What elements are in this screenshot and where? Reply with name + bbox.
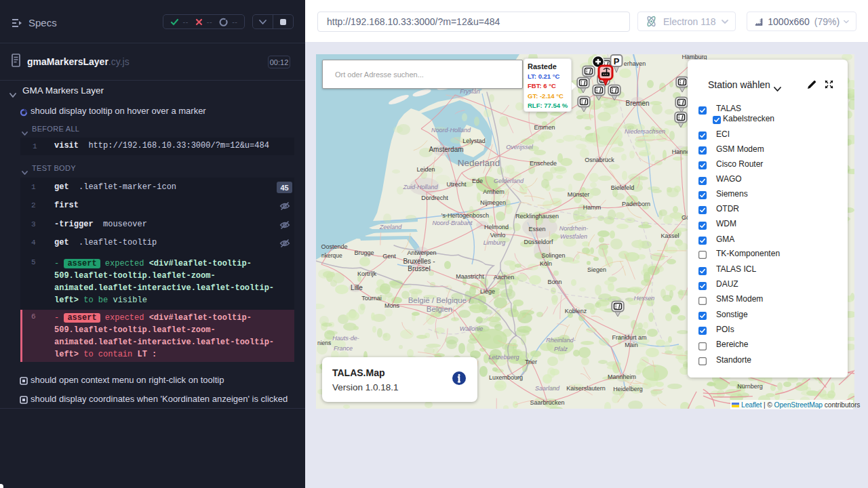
svg-text:Overijssel: Overijssel [506, 144, 534, 150]
svg-text:Tournai: Tournai [361, 295, 382, 302]
svg-text:Mons: Mons [384, 302, 400, 309]
svg-text:Bonn: Bonn [547, 279, 561, 285]
svg-text:Westfalen: Westfalen [560, 233, 587, 240]
svg-text:Amsterdam: Amsterdam [429, 146, 463, 153]
svg-text:Noord-Brabant: Noord-Brabant [432, 220, 473, 226]
svg-text:Rheinland-: Rheinland- [546, 337, 576, 344]
svg-text:Kaiserslautern: Kaiserslautern [566, 385, 606, 392]
svg-text:Niedersachsen: Niedersachsen [625, 128, 665, 135]
svg-text:Paderborn: Paderborn [622, 201, 650, 207]
svg-text:Luxembourg: Luxembourg [489, 374, 523, 381]
svg-text:Hauts-de-: Hauts-de- [332, 335, 359, 342]
svg-text:Lelystad: Lelystad [462, 138, 486, 144]
svg-text:Zeeland: Zeeland [379, 224, 403, 230]
svg-text:Venlo: Venlo [490, 232, 506, 239]
svg-text:Helmond: Helmond [484, 224, 509, 230]
svg-text:Nordrhein-: Nordrhein- [559, 225, 589, 232]
svg-text:erhaven: erhaven [624, 60, 646, 67]
svg-text:Mannheim: Mannheim [608, 373, 636, 380]
svg-text:Brugge: Brugge [354, 249, 374, 256]
svg-text:Letzebuerg: Letzebuerg [488, 354, 519, 361]
svg-text:Saarbrücken: Saarbrücken [530, 399, 564, 406]
svg-text:P: P [614, 56, 620, 66]
svg-text:Gelderland: Gelderland [494, 178, 524, 184]
svg-text:Hamm: Hamm [583, 204, 601, 211]
svg-text:Münster: Münster [568, 191, 590, 198]
svg-text:Lille: Lille [351, 284, 363, 291]
svg-text:Koblenz: Koblenz [565, 308, 587, 314]
svg-text:Nijmegen: Nijmegen [480, 199, 506, 206]
svg-text:Limburg: Limburg [484, 239, 506, 246]
svg-text:Liège: Liège [480, 288, 495, 295]
svg-text:Brussel: Brussel [408, 265, 430, 272]
svg-text:Pfalz: Pfalz [554, 346, 568, 352]
svg-text:Nederland: Nederland [458, 158, 500, 168]
svg-text:France: France [334, 345, 353, 352]
svg-text:Bruxelles -: Bruxelles - [403, 258, 435, 265]
svg-text:Gent: Gent [382, 253, 396, 260]
svg-text:Kortrijk: Kortrijk [357, 270, 377, 277]
svg-text:Düsseldorf: Düsseldorf [524, 239, 553, 245]
svg-text:Maastricht: Maastricht [456, 273, 484, 280]
svg-text:niens: niens [317, 340, 331, 346]
svg-text:Köln: Köln [540, 260, 552, 267]
svg-text:Leiden: Leiden [416, 166, 435, 173]
svg-text:Wallonie: Wallonie [460, 325, 483, 332]
svg-text:Enschede: Enschede [530, 160, 557, 167]
svg-text:'s-Hertogenbosch: 's-Hertogenbosch [441, 212, 489, 219]
svg-text:Hessen: Hessen [634, 295, 655, 302]
svg-text:Solingen: Solingen [541, 252, 565, 259]
svg-text:Antwerpen: Antwerpen [407, 249, 436, 256]
svg-text:Fryslân: Fryslân [460, 88, 480, 95]
svg-text:Zuid-Holland: Zuid-Holland [402, 184, 438, 190]
svg-text:Saarland: Saarland [535, 385, 560, 392]
svg-text:Main: Main [625, 342, 638, 348]
svg-text:Nürnberg: Nürnberg [737, 383, 763, 390]
svg-text:Oostende: Oostende [321, 243, 347, 250]
svg-text:Emmen: Emmen [534, 124, 555, 131]
svg-text:Frankfurt am: Frankfurt am [612, 334, 646, 341]
svg-text:Belgien: Belgien [427, 305, 452, 313]
svg-text:Noord-Holland: Noord-Holland [431, 127, 471, 134]
svg-text:Ede: Ede [472, 178, 483, 184]
svg-text:Arnhem: Arnhem [483, 188, 505, 195]
svg-text:Trier: Trier [525, 359, 537, 365]
svg-text:Essen: Essen [528, 226, 545, 232]
svg-text:Dordrecht: Dordrecht [421, 195, 448, 201]
svg-text:Recklinghausen: Recklinghausen [515, 213, 559, 220]
svg-text:België / Belgique /: België / Belgique / [408, 296, 472, 304]
svg-text:Bielefeld: Bielefeld [611, 184, 635, 191]
svg-text:Siegen: Siegen [587, 266, 606, 273]
svg-text:Heidelberg: Heidelberg [613, 386, 643, 392]
svg-text:Bremen: Bremen [625, 100, 649, 107]
svg-text:Aachen: Aachen [494, 274, 515, 281]
svg-text:nkerque: nkerque [321, 252, 342, 259]
svg-text:Kassel: Kassel [660, 232, 679, 239]
svg-text:Utrecht: Utrecht [446, 181, 467, 188]
svg-text:Osnabrück: Osnabrück [585, 157, 614, 163]
